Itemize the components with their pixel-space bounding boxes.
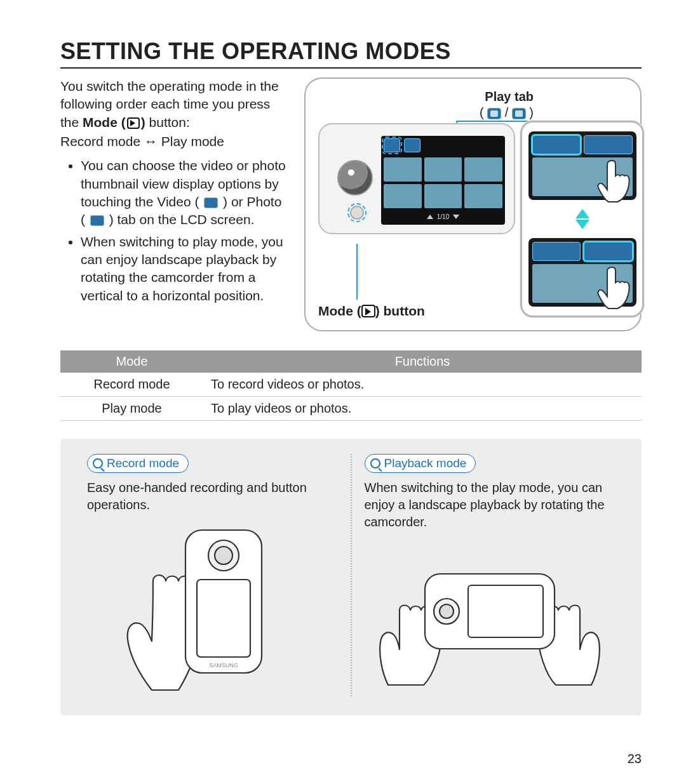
svg-point-6	[440, 604, 454, 618]
diagram-panel: Play tab ( / ) 1/10	[304, 77, 642, 331]
search-icon	[370, 458, 380, 468]
record-mode-illustration: SAMSUNG	[87, 519, 338, 696]
record-mode-col: Record mode Easy one-handed recording an…	[77, 454, 348, 696]
search-icon	[93, 458, 103, 468]
photo-tab-icon	[584, 242, 633, 261]
play-tab-label: Play tab ( / )	[317, 89, 534, 121]
col-mode: Mode	[60, 350, 203, 373]
thumbnail	[384, 184, 422, 208]
zoom-callout	[520, 121, 644, 317]
page-number: 23	[628, 752, 642, 766]
table-row: Record mode To record videos or photos.	[60, 373, 642, 397]
brand-label: SAMSUNG	[209, 662, 238, 668]
hand-pointer-icon	[595, 157, 639, 204]
photo-tab-icon	[90, 215, 104, 226]
playback-mode-illustration	[365, 536, 615, 694]
mode-button-marker	[350, 206, 364, 220]
col-functions: Functions	[203, 350, 642, 373]
callout-panel-video	[528, 131, 636, 200]
svg-point-2	[215, 547, 232, 564]
cell-func: To play videos or photos.	[203, 397, 642, 421]
cell-mode: Play mode	[60, 397, 203, 421]
leader-line	[356, 244, 358, 300]
thumbnail	[424, 157, 462, 182]
video-tab-icon	[204, 197, 218, 208]
mode-button-label: Mode () button	[318, 303, 425, 319]
double-arrow-icon	[574, 209, 591, 230]
thumbnail	[384, 157, 422, 182]
callout-panel-photo	[528, 238, 636, 307]
playback-mode-desc: When switching to the play mode, you can…	[365, 479, 615, 531]
top-row: You switch the operating mode in the fol…	[60, 77, 642, 331]
mode-word: Mode	[83, 115, 118, 130]
bullet-1: You can choose the video or photo thumbn…	[81, 157, 289, 229]
hand-pointer-icon	[595, 263, 639, 310]
playback-mode-col: Playback mode When switching to the play…	[354, 454, 626, 696]
video-tab-icon	[532, 242, 581, 261]
thumbnail	[464, 184, 502, 208]
photo-tab-icon	[584, 135, 633, 154]
cell-mode: Record mode	[60, 373, 203, 397]
table-row: Play mode To play videos or photos.	[60, 397, 642, 421]
thumbnail	[464, 157, 502, 182]
svg-rect-3	[197, 580, 250, 657]
video-tab-icon	[532, 135, 581, 154]
photo-tab-icon	[512, 108, 526, 119]
svg-rect-7	[468, 585, 543, 637]
page-title: SETTING THE OPERATING MODES	[60, 38, 642, 69]
chevron-down-icon	[453, 215, 459, 219]
pill-record-mode: Record mode	[87, 454, 189, 473]
record-mode-desc: Easy one-handed recording and button ope…	[87, 479, 338, 514]
button-word: button:	[149, 115, 190, 130]
lcd-screen: 1/10	[381, 136, 505, 225]
lens-icon	[337, 160, 373, 196]
play-icon	[361, 305, 375, 317]
modes-table: Mode Functions Record mode To record vid…	[60, 350, 642, 421]
photo-tab-icon	[404, 138, 420, 152]
pill-playback-mode: Playback mode	[365, 454, 476, 473]
toggle-line: Record mode ↔ Play mode	[60, 133, 289, 150]
bullet-2: When switching to play mode, you can enj…	[81, 233, 289, 305]
intro-text: You switch the operating mode in the fol…	[60, 77, 289, 331]
cell-func: To record videos or photos.	[203, 373, 642, 397]
chevron-up-icon	[427, 215, 433, 219]
play-icon	[127, 117, 140, 129]
page-counter-bar: 1/10	[384, 211, 502, 222]
video-tab-icon	[487, 108, 501, 119]
video-tab-icon	[384, 138, 400, 152]
thumbnail	[424, 184, 462, 208]
page-counter: 1/10	[437, 213, 449, 220]
camcorder-illustration: 1/10	[318, 123, 515, 234]
divider	[351, 454, 352, 696]
bottom-panel: Record mode Easy one-handed recording an…	[60, 439, 642, 715]
